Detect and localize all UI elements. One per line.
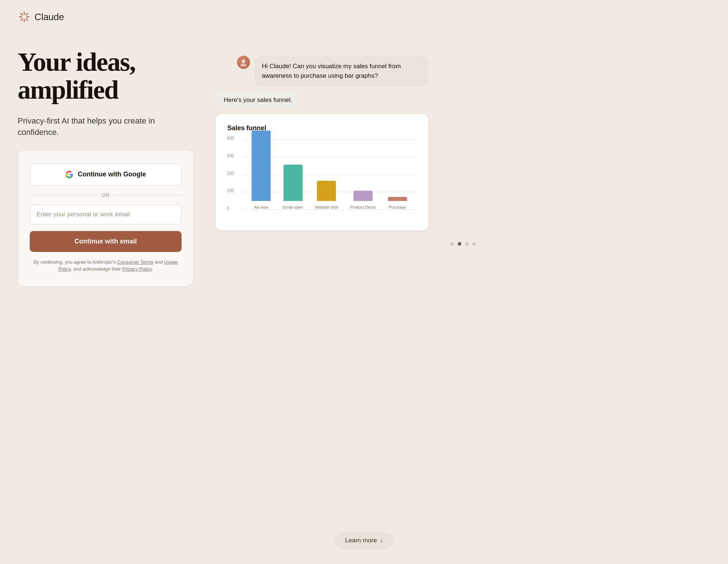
bar-group: Website Visit [315,181,338,210]
carousel-dot[interactable] [465,242,469,246]
terms-and: and [153,259,164,265]
svg-line-5 [26,19,28,20]
terms-text: By continuing, you agree to Anthropic's … [30,259,182,273]
learn-more-icon: ↓ [380,537,383,544]
chart-area: 4003002001000 Ad viewEmail openWebsite V… [227,139,417,220]
learn-more-container: Learn more ↓ [0,524,728,564]
auth-card: Continue with Google OR Continue with em… [18,150,194,286]
learn-more-button[interactable]: Learn more ↓ [335,532,393,549]
consumer-terms-link[interactable]: Consumer Terms [117,259,153,265]
bar-label: Purchase [389,205,406,210]
svg-line-6 [26,14,28,15]
grid-label: 300 [227,153,234,158]
bar-label: Website Visit [315,205,338,210]
main-content: Your ideas, amplified Privacy-first AI t… [0,34,728,524]
bar-group: Email open [283,165,303,210]
logo: Claude [18,10,64,23]
bar-group: Purchase [388,197,407,210]
bar [252,131,271,201]
bar [283,165,303,201]
svg-line-7 [21,19,22,20]
svg-point-9 [241,63,246,66]
bar [388,197,407,201]
privacy-policy-link[interactable]: Privacy Policy [122,266,152,272]
bars-container: Ad viewEmail openWebsite VisitProduct De… [242,139,417,210]
hero-title: Your ideas, amplified [18,48,194,104]
terms-comma: , and acknowledge their [71,266,122,272]
bar-label: Product Demo [350,205,376,210]
grid-label: 0 [227,206,229,211]
divider-label: OR [102,192,110,198]
bar-group: Product Demo [350,191,376,210]
bar-label: Ad view [254,205,268,210]
user-avatar [237,56,250,69]
google-signin-button[interactable]: Continue with Google [30,164,182,186]
bar-label: Email open [283,205,303,210]
user-message-wrapper: Hi Claude! Can you visualize my sales fu… [237,56,428,86]
right-column: Hi Claude! Can you visualize my sales fu… [216,48,710,246]
user-bubble: Hi Claude! Can you visualize my sales fu… [255,56,428,86]
carousel-dot[interactable] [472,242,476,246]
grid-label: 100 [227,188,234,193]
left-column: Your ideas, amplified Privacy-first AI t… [18,48,194,286]
svg-line-4 [21,14,22,15]
chart-card: Sales funnel 4003002001000 Ad viewEmail … [216,114,428,230]
continue-btn-label: Continue with email [74,238,137,245]
page-wrapper: Claude Your ideas, amplified Privacy-fir… [0,0,728,564]
grid-label: 200 [227,171,234,176]
auth-divider: OR [30,192,182,198]
bar [354,191,373,201]
assistant-bubble: Here's your sales funnel. [216,91,300,109]
logo-text: Claude [34,11,64,23]
header: Claude [0,0,728,34]
carousel-dot[interactable] [450,242,454,246]
carousel-dot[interactable] [458,242,461,246]
learn-more-label: Learn more [345,537,377,544]
grid-label: 400 [227,136,234,141]
chat-area: Hi Claude! Can you visualize my sales fu… [216,56,428,230]
terms-period: . [151,266,153,272]
carousel-dots [450,236,476,246]
hero-subtitle: Privacy-first AI that helps you create i… [18,116,194,138]
terms-prefix: By continuing, you agree to Anthropic's [33,259,117,265]
bar [317,181,336,201]
svg-point-8 [242,59,245,63]
continue-email-button[interactable]: Continue with email [30,231,182,252]
bar-group: Ad view [252,131,271,210]
email-input[interactable] [30,205,182,224]
claude-logo-icon [18,10,31,23]
google-btn-label: Continue with Google [78,171,146,178]
google-icon [65,171,73,179]
